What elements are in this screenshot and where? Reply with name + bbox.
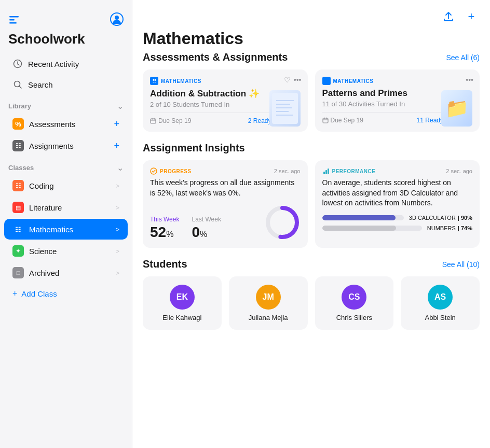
- card-actions-1: ♡ •••: [284, 76, 302, 84]
- student-name-2: Chris Sillers: [336, 314, 372, 321]
- sidebar-toggle-icon[interactable]: [8, 14, 20, 28]
- add-button[interactable]: +: [463, 8, 480, 25]
- heart-icon-1[interactable]: ♡: [284, 76, 291, 84]
- sidebar-item-literature[interactable]: ▤ Literature >: [4, 197, 128, 218]
- bar-track-2: [322, 226, 422, 231]
- svg-line-7: [20, 87, 22, 89]
- library-collapse-icon[interactable]: ⌄: [117, 101, 124, 111]
- student-avatar-0: EK: [170, 285, 195, 310]
- science-chevron: >: [115, 247, 119, 255]
- coding-label: Coding: [29, 181, 54, 190]
- perf-bar-2: NUMBERS | 74%: [322, 225, 473, 231]
- search-label: Search: [28, 80, 53, 89]
- svg-rect-20: [324, 78, 329, 83]
- mathematics-label: Mathematics: [29, 225, 73, 234]
- literature-class-icon: ▤: [12, 202, 24, 213]
- card-actions-2: •••: [466, 76, 473, 84]
- progress-donut: [264, 204, 301, 241]
- more-icon-2[interactable]: •••: [466, 76, 473, 84]
- svg-rect-2: [9, 22, 17, 24]
- math-badge-icon-1: ☷: [150, 77, 158, 85]
- student-card-3[interactable]: AS Abbi Stein: [401, 276, 480, 330]
- performance-badge-text: PERFORMANCE: [332, 169, 376, 174]
- literature-label: Literature: [29, 203, 62, 212]
- badge-text-1: MATHEMATICS: [161, 78, 201, 84]
- add-class-plus-icon: +: [12, 289, 17, 298]
- insights-section-header: Assignment Insights: [143, 142, 480, 154]
- badge-2: MATHEMATICS: [322, 77, 473, 85]
- account-icon[interactable]: [110, 12, 124, 29]
- sidebar-header: [0, 4, 132, 31]
- doc-icon: ☷: [12, 140, 24, 151]
- sidebar-item-coding[interactable]: ☷ Coding >: [4, 175, 128, 196]
- sidebar-nav-recent[interactable]: Recent Activity: [4, 54, 128, 74]
- performance-card: PERFORMANCE 2 sec. ago On average, stude…: [315, 160, 480, 248]
- sidebar: Schoolwork Recent Activity Search Librar…: [0, 0, 132, 448]
- svg-rect-29: [325, 170, 327, 174]
- badge-text-2: MATHEMATICS: [333, 78, 374, 84]
- perf-bar-1: 3D CALCULATOR | 90%: [322, 215, 473, 221]
- bar-fill-2: [322, 226, 396, 231]
- assessments-label: Assessments: [29, 120, 75, 129]
- student-card-2[interactable]: CS Chris Sillers: [315, 276, 394, 330]
- export-button[interactable]: [440, 8, 457, 25]
- sidebar-title: Schoolwork: [0, 31, 132, 53]
- percent-icon: %: [12, 118, 24, 130]
- main-body: Mathematics Assessments & Assignments Se…: [132, 29, 490, 340]
- students-row: EK Elie Kahwagi JM Juliana Mejia CS Chri…: [143, 276, 480, 330]
- clock-icon: [12, 59, 23, 69]
- add-class-button[interactable]: + Add Class: [4, 284, 128, 303]
- due-date-1: Due Sep 19: [150, 117, 191, 124]
- progress-stats: This Week 52% Last Week 0%: [150, 204, 301, 241]
- student-name-0: Elie Kahwagi: [162, 314, 201, 321]
- assessments-section-title: Assessments & Assignments: [143, 51, 288, 63]
- insight-cards: PROGRESS 2 sec. ago This week's progress…: [143, 160, 480, 248]
- search-icon: [12, 79, 23, 90]
- library-assignments[interactable]: ☷ Assignments +: [4, 135, 128, 156]
- svg-rect-30: [328, 169, 329, 174]
- bar-track-1: [322, 215, 404, 220]
- this-week-value: 52%: [150, 224, 179, 241]
- classes-section-header: Classes ⌄: [0, 159, 132, 175]
- student-name-1: Juliana Mejia: [249, 314, 288, 321]
- students-see-all[interactable]: See All (10): [442, 260, 480, 269]
- sidebar-item-archived[interactable]: □ Archived >: [4, 262, 128, 283]
- bar-fill-1: [322, 215, 396, 220]
- students-section-header: Students See All (10): [143, 258, 480, 270]
- assessments-add-icon[interactable]: +: [114, 119, 119, 130]
- archived-label: Archived: [29, 269, 59, 277]
- more-icon-1[interactable]: •••: [294, 76, 302, 84]
- literature-chevron: >: [115, 204, 119, 212]
- main-toolbar: +: [132, 0, 490, 29]
- library-section-header: Library ⌄: [0, 97, 132, 113]
- student-name-3: Abbi Stein: [425, 314, 455, 321]
- assignment-cards: ☷ MATHEMATICS ♡ ••• Addition & Subtracti…: [143, 69, 480, 132]
- svg-rect-1: [9, 19, 15, 21]
- performance-bars: 3D CALCULATOR | 90% NUMBERS | 74%: [322, 215, 473, 231]
- student-card-0[interactable]: EK Elie Kahwagi: [143, 276, 222, 330]
- svg-point-6: [15, 81, 20, 87]
- sidebar-item-mathematics[interactable]: ☷ Mathematics >: [4, 219, 128, 240]
- sidebar-item-science[interactable]: ✦ Science >: [4, 241, 128, 261]
- assessments-see-all[interactable]: See All (6): [446, 53, 480, 62]
- library-assessments[interactable]: % Assessments +: [4, 114, 128, 134]
- archived-class-icon: □: [12, 267, 24, 278]
- sidebar-nav-search[interactable]: Search: [4, 75, 128, 94]
- student-avatar-2: CS: [342, 285, 366, 310]
- science-class-icon: ✦: [12, 245, 24, 257]
- main-content: + Mathematics Assessments & Assignments …: [132, 0, 490, 448]
- recent-activity-label: Recent Activity: [28, 60, 79, 68]
- card-thumb-1: [269, 90, 301, 127]
- progress-badge-text: PROGRESS: [160, 169, 192, 174]
- badge-1: ☷ MATHEMATICS: [150, 77, 301, 85]
- card-thumb-2: 📁: [441, 90, 472, 127]
- coding-chevron: >: [115, 182, 119, 190]
- classes-collapse-icon[interactable]: ⌄: [117, 163, 124, 173]
- bar-label-2: NUMBERS | 74%: [427, 225, 472, 231]
- bar-label-1: 3D CALCULATOR | 90%: [409, 215, 472, 221]
- student-card-1[interactable]: JM Juliana Mejia: [229, 276, 308, 330]
- svg-rect-16: [151, 119, 156, 123]
- last-week-value: 0%: [192, 224, 221, 241]
- math-badge-icon-2: [322, 77, 331, 85]
- assignments-add-icon[interactable]: +: [114, 141, 119, 151]
